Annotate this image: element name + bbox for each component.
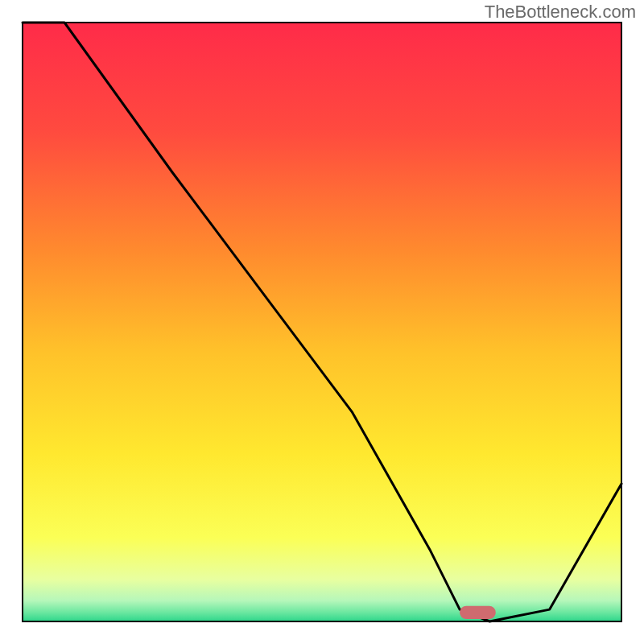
plot-background [23,23,621,621]
watermark-text: TheBottleneck.com [485,2,636,23]
optimal-marker [460,606,496,619]
chart-container: TheBottleneck.com [0,0,644,644]
bottleneck-chart [0,0,644,644]
